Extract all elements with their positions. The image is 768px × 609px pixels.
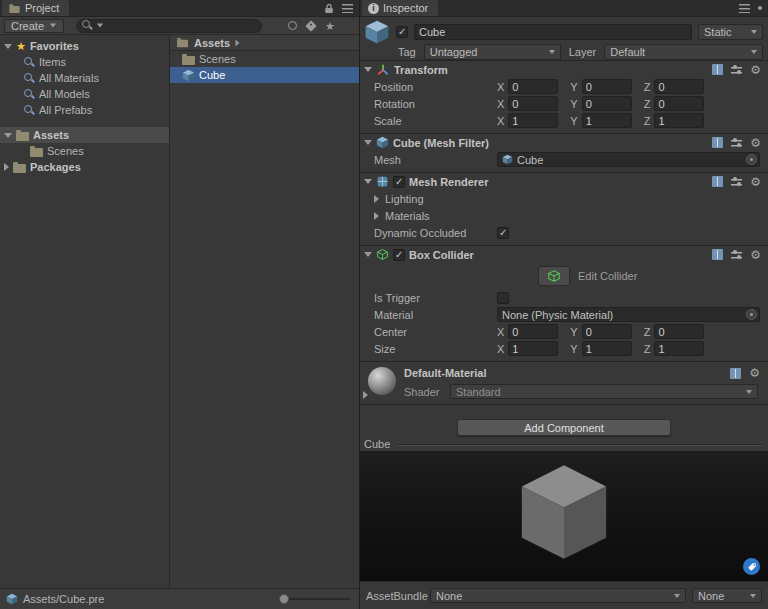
gear-icon[interactable] [750,249,761,261]
center-x-input[interactable] [508,324,558,339]
axis-z-label: Z [644,98,651,110]
search-input[interactable] [107,20,256,32]
material-sphere-preview[interactable] [368,367,396,395]
help-book-icon[interactable] [712,137,723,148]
size-x-input[interactable] [508,341,558,356]
preset-icon[interactable] [731,249,742,260]
rotation-y-input[interactable] [582,96,632,111]
tree-item-favorites[interactable]: Favorites [0,38,169,54]
layer-dropdown[interactable]: Default [604,44,763,60]
tree-item-all-prefabs[interactable]: All Prefabs [0,102,169,118]
tag-layer-row: Tag Untagged Layer Default [364,43,763,61]
foldout-open-icon[interactable] [4,133,12,138]
shader-dropdown[interactable]: Standard [450,384,758,399]
foldout-open-icon[interactable] [364,67,372,72]
foldout-closed-icon[interactable] [374,195,379,203]
slider-knob[interactable] [279,594,289,604]
search-filter-chevron-icon[interactable] [97,24,103,28]
inspector-tabstrip: Inspector [360,0,768,17]
tree-item-items[interactable]: Items [0,54,169,70]
thumbnail-size-slider[interactable] [279,598,351,600]
help-book-icon[interactable] [712,176,723,187]
panel-options-dot-icon[interactable] [758,6,762,10]
center-z-input[interactable] [654,324,704,339]
help-book-icon[interactable] [712,249,723,260]
search-box[interactable] [76,19,262,33]
materials-foldout[interactable]: Materials [360,207,768,224]
favorites-star-icon [16,40,26,52]
rotation-z-input[interactable] [654,96,704,111]
help-book-icon[interactable] [730,368,741,379]
browser-item-scenes[interactable]: Scenes [170,51,359,67]
lighting-foldout[interactable]: Lighting [360,190,768,207]
save-search-icon[interactable] [325,20,335,32]
box-collider-header[interactable]: Box Collider [360,246,768,263]
search-by-label-icon[interactable] [305,20,316,31]
foldout-open-icon[interactable] [4,44,12,49]
edit-collider-button[interactable] [538,266,570,286]
mesh-renderer-header[interactable]: Mesh Renderer [360,173,768,190]
scale-x-input[interactable] [508,113,558,128]
position-y-input[interactable] [582,79,632,94]
panel-menu-icon[interactable] [342,4,353,13]
tree-item-assets[interactable]: Assets [0,127,169,143]
cube-icon [6,593,18,605]
static-dropdown[interactable]: Static [698,24,763,40]
preset-icon[interactable] [731,137,742,148]
assets-label: Assets [33,129,69,141]
position-z-input[interactable] [654,79,704,94]
mesh-renderer-enabled-checkbox[interactable] [393,176,405,188]
transform-header[interactable]: Transform [360,61,768,78]
is-trigger-checkbox[interactable] [497,292,509,304]
browser-breadcrumb[interactable]: Assets [170,35,359,51]
foldout-open-icon[interactable] [364,140,372,145]
size-y-input[interactable] [582,341,632,356]
position-x-input[interactable] [508,79,558,94]
gear-icon[interactable] [749,367,760,379]
gameobject-name-field[interactable] [414,24,692,40]
search-by-type-icon[interactable] [288,21,297,30]
gear-icon[interactable] [750,137,761,149]
gameobject-active-checkbox[interactable] [396,26,408,38]
gear-icon[interactable] [750,64,761,76]
add-component-button[interactable]: Add Component [457,419,671,436]
object-picker-icon[interactable] [746,154,757,165]
tag-dropdown[interactable]: Untagged [424,44,561,60]
mesh-object-field[interactable]: Cube [497,152,760,167]
lock-icon[interactable] [324,3,334,14]
browser-item-cube[interactable]: Cube [170,67,359,83]
center-y-input[interactable] [582,324,632,339]
scenes-label: Scenes [47,145,84,157]
gear-icon[interactable] [750,176,761,188]
foldout-closed-icon[interactable] [4,163,9,171]
foldout-open-icon[interactable] [364,252,372,257]
foldout-open-icon[interactable] [364,179,372,184]
assetbundle-dropdown[interactable]: None [430,588,686,603]
tree-item-scenes[interactable]: Scenes [0,143,169,159]
panel-menu-icon[interactable] [739,4,750,13]
mesh-filter-header[interactable]: Cube (Mesh Filter) [360,134,768,151]
size-z-input[interactable] [654,341,704,356]
dynamic-occluded-checkbox[interactable] [497,227,509,239]
preview-header[interactable]: Cube [360,437,768,451]
foldout-closed-icon[interactable] [374,212,379,220]
tree-item-all-materials[interactable]: All Materials [0,70,169,86]
tab-project[interactable]: Project [2,0,69,16]
physic-material-object-field[interactable]: None (Physic Material) [497,307,760,322]
box-collider-enabled-checkbox[interactable] [393,249,405,261]
tree-item-packages[interactable]: Packages [0,159,169,175]
object-picker-icon[interactable] [746,309,757,320]
create-button[interactable]: Create [4,19,64,33]
rotation-x-input[interactable] [508,96,558,111]
assetbundle-badge[interactable] [743,558,760,575]
tree-item-all-models[interactable]: All Models [0,86,169,102]
material-foldout-icon[interactable] [363,391,368,399]
preset-icon[interactable] [731,176,742,187]
scale-y-input[interactable] [582,113,632,128]
scale-z-input[interactable] [654,113,704,128]
help-book-icon[interactable] [712,64,723,75]
preview-viewport[interactable] [360,451,768,581]
assetbundle-variant-dropdown[interactable]: None [692,588,762,603]
preset-icon[interactable] [731,64,742,75]
tab-inspector[interactable]: Inspector [362,0,438,16]
